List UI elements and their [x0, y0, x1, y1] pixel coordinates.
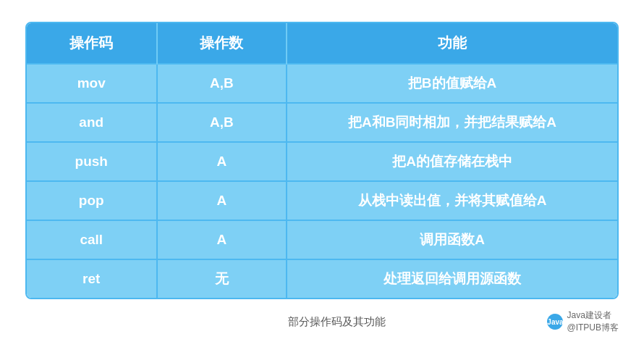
cell-operand: A,B	[157, 103, 287, 142]
table-row: popA从栈中读出值，并将其赋值给A	[27, 181, 617, 220]
table-row: ret无处理返回给调用源函数	[27, 259, 617, 298]
cell-function: 调用函数A	[287, 220, 617, 259]
cell-operand: A	[157, 181, 287, 220]
cell-operand: A,B	[157, 64, 287, 103]
opcodes-table: 操作码 操作数 功能 movA,B把B的值赋给AandA,B把A和B同时相加，并…	[27, 23, 617, 298]
table-row: pushA把A的值存储在栈中	[27, 142, 617, 181]
table-container: 操作码 操作数 功能 movA,B把B的值赋给AandA,B把A和B同时相加，并…	[25, 22, 619, 299]
table-header-row: 操作码 操作数 功能	[27, 23, 617, 64]
cell-opcode: mov	[27, 64, 157, 103]
header-operand: 操作数	[157, 23, 287, 64]
cell-opcode: and	[27, 103, 157, 142]
table-row: andA,B把A和B同时相加，并把结果赋给A	[27, 103, 617, 142]
cell-operand: 无	[157, 259, 287, 298]
caption-text: 部分操作码及其功能	[127, 315, 547, 329]
watermark-line2: @ITPUB博客	[567, 322, 619, 334]
header-function: 功能	[287, 23, 617, 64]
cell-function: 处理返回给调用源函数	[287, 259, 617, 298]
watermark-info: Java建设者 @ITPUB博客	[567, 309, 619, 334]
watermark-line1: Java建设者	[567, 309, 619, 322]
cell-opcode: pop	[27, 181, 157, 220]
cell-function: 从栈中读出值，并将其赋值给A	[287, 181, 617, 220]
cell-operand: A	[157, 142, 287, 181]
watermark: Java Java建设者 @ITPUB博客	[547, 309, 619, 334]
cell-function: 把B的值赋给A	[287, 64, 617, 103]
cell-function: 把A的值存储在栈中	[287, 142, 617, 181]
cell-function: 把A和B同时相加，并把结果赋给A	[287, 103, 617, 142]
table-row: movA,B把B的值赋给A	[27, 64, 617, 103]
table-caption-area: 部分操作码及其功能 Java Java建设者 @ITPUB博客	[25, 309, 619, 334]
table-row: callA调用函数A	[27, 220, 617, 259]
cell-opcode: push	[27, 142, 157, 181]
cell-operand: A	[157, 220, 287, 259]
header-opcode: 操作码	[27, 23, 157, 64]
cell-opcode: ret	[27, 259, 157, 298]
cell-opcode: call	[27, 220, 157, 259]
page-wrapper: 操作码 操作数 功能 movA,B把B的值赋给AandA,B把A和B同时相加，并…	[0, 7, 644, 356]
watermark-logo: Java	[547, 314, 563, 330]
